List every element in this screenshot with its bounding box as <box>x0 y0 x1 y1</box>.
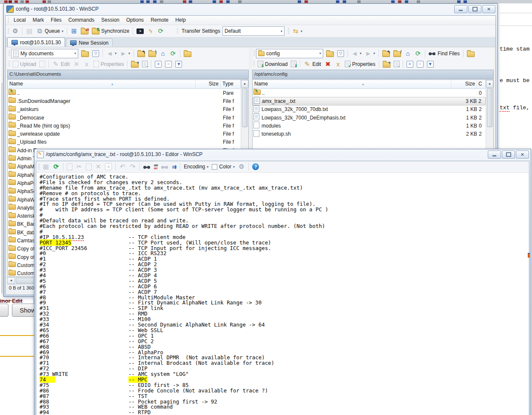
refresh-session-icon[interactable]: ⟳ <box>156 27 165 35</box>
restore-button[interactable] <box>468 5 481 13</box>
collapse-tree-icon[interactable]: − <box>164 60 173 68</box>
editor-titlebar[interactable]: /opt/amc/config/amx_trace_.txt - root@10… <box>34 149 531 159</box>
refresh-icon[interactable]: ⟳ <box>168 49 178 58</box>
local-directory-combobox[interactable]: My documents ▾ <box>11 49 78 58</box>
scroll-left-icon[interactable]: ◄ <box>7 277 15 284</box>
column-header-changed[interactable]: C <box>477 80 486 88</box>
reload-icon[interactable]: ⟳ <box>51 162 61 171</box>
find-icon[interactable] <box>142 163 152 171</box>
properties-icon[interactable]: Properties <box>92 60 125 68</box>
color-menu-button[interactable]: Color▾ <box>211 163 236 171</box>
file-row[interactable]: ..Pare <box>8 89 241 97</box>
column-header-type[interactable]: Type <box>221 80 241 88</box>
partial-button[interactable] <box>0 304 9 317</box>
find-files-icon[interactable]: Find Files <box>427 50 461 57</box>
synchronize-icon[interactable]: ⇅Synchronize <box>91 27 131 35</box>
home-icon[interactable]: ⌂ <box>403 49 413 58</box>
upload-icon[interactable]: Upload <box>11 60 37 68</box>
file-row[interactable]: amx_trace_.txt3 KB2 <box>253 97 486 105</box>
transfer-settings-combobox[interactable]: Default ▾ <box>222 26 284 36</box>
column-header-name[interactable]: Name▲ <box>8 80 196 88</box>
encoding-menu-button[interactable]: Encoding▾ <box>182 163 210 171</box>
collapse-tree-icon[interactable]: − <box>415 60 425 68</box>
minimize-button[interactable] <box>454 5 467 13</box>
custom-commands-icon[interactable]: ϟ <box>146 27 155 35</box>
create-link-icon[interactable]: → <box>141 60 149 68</box>
undo-icon[interactable]: ↶ <box>118 162 127 171</box>
replace-icon[interactable]: abac <box>153 163 159 171</box>
rename-icon[interactable]: x <box>333 60 343 68</box>
parent-directory-icon[interactable]: ↰ <box>381 49 391 58</box>
refresh-icon[interactable]: ⟳ <box>413 49 423 58</box>
filter-icon[interactable]: ▽ <box>336 49 345 58</box>
file-row[interactable]: _DemocaseFile f <box>8 114 241 122</box>
delete-icon[interactable]: ✕ <box>72 60 81 68</box>
filter-files-icon[interactable]: ▼ <box>174 60 183 68</box>
delete-icon[interactable]: ✕ <box>94 162 103 171</box>
minimize-button[interactable] <box>488 151 501 159</box>
edit-icon[interactable]: ✎Edit <box>302 60 322 68</box>
delete-icon[interactable]: ✖ <box>323 60 333 68</box>
menu-local[interactable]: Local <box>10 17 29 23</box>
column-header-size[interactable]: Size <box>196 80 221 88</box>
help-icon[interactable]: ? <box>251 162 260 171</box>
properties-icon[interactable]: ✓Properties <box>344 60 377 68</box>
home-icon[interactable]: ⌂ <box>158 49 168 58</box>
editor-content[interactable]: #Configuration of AMC trace.#File is che… <box>37 173 529 415</box>
scrollbar-thumb[interactable] <box>487 88 492 127</box>
queue-icon[interactable]: ⧉Queue▾ <box>35 27 65 35</box>
forward-icon[interactable]: ►▾ <box>364 49 376 58</box>
menu-session[interactable]: Session <box>98 17 123 23</box>
file-row[interactable]: _Upload filesFile f <box>8 138 241 146</box>
follow-symlink-icon[interactable] <box>182 49 193 58</box>
restore-button[interactable] <box>502 151 515 159</box>
download-background-icon[interactable]: ⇓ <box>290 60 298 68</box>
open-directory-icon[interactable]: → <box>325 49 335 58</box>
save-icon[interactable]: ▦ <box>41 162 51 171</box>
file-row[interactable]: ..0 <box>253 89 486 97</box>
menu-commands[interactable]: Commands <box>65 17 98 23</box>
upload-background-icon[interactable] <box>38 60 46 68</box>
file-row[interactable]: Lowpass_32k_7000_DeEmphasis.txt1 KB2 <box>253 114 486 122</box>
session-tab-root[interactable]: root@10.5.101.30 <box>7 37 65 47</box>
forward-icon[interactable]: ►▾ <box>119 49 131 58</box>
goto-line-icon[interactable]: ⇉ <box>171 163 178 171</box>
find-next-icon[interactable] <box>160 163 170 171</box>
filter-icon[interactable]: ▽ <box>91 49 100 58</box>
menu-help[interactable]: Help <box>172 17 189 23</box>
expand-tree-icon[interactable]: + <box>405 60 415 68</box>
create-directory-icon[interactable]: + <box>381 60 392 68</box>
file-row[interactable]: _swrelease updateFile f <box>8 130 241 138</box>
select-all-icon[interactable]: a <box>104 162 113 171</box>
edit-icon[interactable]: ✎Edit <box>51 60 71 68</box>
open-directory-icon[interactable]: → <box>80 49 90 58</box>
close-button[interactable]: ✕ <box>516 151 529 159</box>
close-button[interactable]: ✕ <box>482 5 495 13</box>
editor-preferences-icon[interactable]: ⚙ <box>237 162 246 171</box>
scroll-up-icon[interactable]: ▲ <box>241 80 248 88</box>
file-row[interactable]: .SunDownloadManagerFile f <box>8 97 241 105</box>
rename-icon[interactable]: x <box>82 60 91 68</box>
cut-icon[interactable]: ✂ <box>74 162 84 171</box>
color-menu-button-checkbox[interactable] <box>212 164 217 170</box>
swap-panels-icon[interactable]: ⇄ <box>80 27 90 35</box>
root-directory-icon[interactable]: \ <box>147 49 157 58</box>
menu-files[interactable]: Files <box>47 17 65 23</box>
parent-directory-icon[interactable]: ↰ <box>136 49 146 58</box>
scrollbar-thumb[interactable] <box>242 88 248 127</box>
expand-tree-icon[interactable]: + <box>154 60 163 68</box>
create-directory-icon[interactable]: + <box>130 60 140 68</box>
menu-remote[interactable]: Remote <box>147 17 172 23</box>
file-row[interactable]: modules1 KB0 <box>253 122 486 130</box>
column-header-size[interactable]: Size <box>451 80 477 88</box>
preferences-gear-icon[interactable]: ⚙ <box>11 27 20 35</box>
back-icon[interactable]: ◄▾ <box>350 49 363 58</box>
commander-panels-icon[interactable]: ⊞ <box>69 27 79 35</box>
copy-icon[interactable] <box>65 163 74 171</box>
transfer-options-icon[interactable]: ⇆▾ <box>291 27 304 35</box>
queue-toggle-icon[interactable]: ▤ <box>25 27 34 35</box>
open-terminal-icon[interactable]: > <box>135 28 145 35</box>
menu-options[interactable]: Options <box>123 17 147 23</box>
download-icon[interactable]: ⇓Download <box>256 60 289 68</box>
back-icon[interactable]: ◄▾ <box>105 49 118 58</box>
